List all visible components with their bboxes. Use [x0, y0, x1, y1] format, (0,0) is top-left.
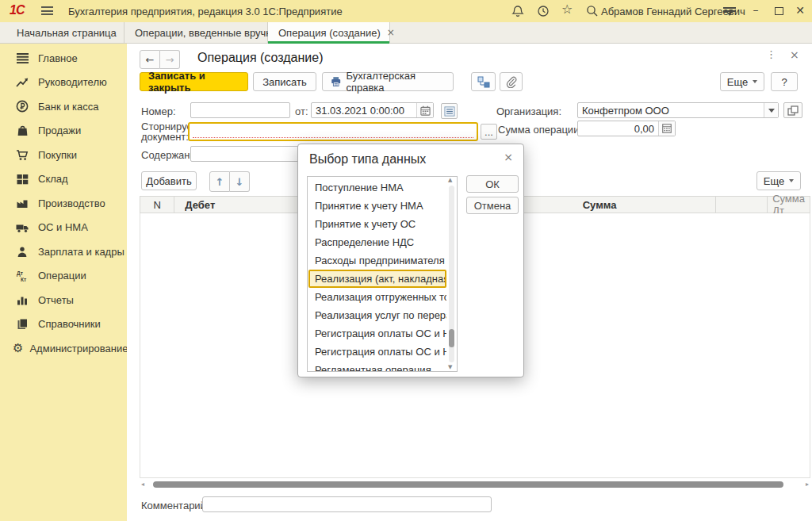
list-item-label: Регистрация оплаты ОС и НМ...	[315, 346, 446, 358]
favorites-star-icon[interactable]: ☆	[561, 3, 576, 17]
number-input[interactable]	[191, 103, 289, 117]
amount-value[interactable]: 0,00	[578, 123, 658, 135]
settings-menu-icon[interactable]	[723, 7, 736, 15]
factory-icon	[13, 197, 32, 210]
tab-close-icon[interactable]: ×	[387, 28, 395, 37]
open-windows-tabbar: Начальная страница Операции, введенные в…	[0, 22, 812, 44]
number-field[interactable]	[190, 102, 290, 118]
bar-chart-icon	[13, 293, 32, 307]
list-item[interactable]: Регламентная операция	[308, 361, 446, 372]
column-sum-dt[interactable]: Сумма Дт	[768, 197, 810, 213]
search-icon[interactable]	[585, 4, 599, 18]
scrollbar-thumb[interactable]	[449, 329, 454, 347]
dialog-close-icon[interactable]: ×	[504, 151, 513, 163]
ruble-coin-icon	[13, 100, 32, 113]
data-type-dialog: Выбор типа данных × Поступление НМАПриня…	[297, 144, 524, 377]
sidebar-item-manager[interactable]: Руководителю	[0, 71, 127, 95]
cancel-label: Отмена	[474, 200, 511, 212]
close-window-icon[interactable]: ✕	[793, 5, 807, 16]
storno-document-field[interactable]	[188, 122, 478, 141]
back-button[interactable]: ←	[140, 50, 160, 69]
sidebar-item-production[interactable]: Производство	[0, 191, 127, 216]
sidebar-item-fixed-assets[interactable]: ОС и НМА	[0, 216, 127, 240]
data-type-listbox[interactable]: Поступление НМАПринятие к учету НМАПриня…	[307, 176, 458, 372]
form-menu-dots-icon[interactable]: ⋮	[766, 49, 776, 59]
sidebar-item-reports[interactable]: Отчеты	[0, 288, 127, 312]
scroll-down-icon[interactable]: ▼	[448, 365, 452, 370]
notifications-bell-icon[interactable]	[511, 4, 525, 18]
list-item-label: Реализация (акт, накладная, У...	[315, 273, 446, 285]
date-value[interactable]: 31.03.2021 0:00:00	[312, 105, 416, 117]
list-item[interactable]: Принятие к учету НМА	[308, 197, 446, 215]
calendar-icon[interactable]	[416, 103, 433, 117]
move-up-button[interactable]: ↑	[209, 171, 230, 192]
amount-field[interactable]: 0,00	[577, 121, 676, 136]
ok-button[interactable]: ОК	[466, 175, 519, 193]
list-item[interactable]: Регистрация оплаты ОС и НМ...	[308, 324, 446, 343]
save-button[interactable]: Записать	[253, 72, 316, 91]
cancel-button[interactable]: Отмена	[466, 197, 519, 214]
comment-input[interactable]	[203, 497, 491, 511]
grid-more-button[interactable]: Еще	[756, 171, 801, 190]
sidebar-item-bank-cash[interactable]: Банк и касса	[0, 94, 127, 119]
organization-combo[interactable]: Конфетпром ООО	[577, 102, 779, 118]
dialog-scrollbar[interactable]: ▲ ▼	[446, 177, 457, 371]
column-n[interactable]: N	[140, 197, 174, 213]
storno-choose-button[interactable]: ...	[481, 124, 497, 140]
sidebar-item-administration[interactable]: ⚙ Администрирование	[0, 336, 127, 361]
minimize-icon[interactable]: –	[749, 4, 763, 15]
attachments-button[interactable]	[500, 72, 523, 91]
history-icon[interactable]	[536, 4, 550, 18]
calculator-icon[interactable]	[658, 121, 675, 136]
sidebar-item-label: Операции	[38, 270, 86, 282]
sidebar-item-payroll[interactable]: Зарплата и кадры	[0, 239, 127, 264]
form-more-button[interactable]: Еще	[720, 72, 764, 91]
menu-icon	[13, 52, 32, 65]
date-field[interactable]: 31.03.2021 0:00:00	[311, 102, 434, 118]
help-label: ?	[781, 76, 787, 88]
tab-manual-operations[interactable]: Операции, введенные вручную ×	[124, 22, 268, 43]
more-label: Еще	[727, 76, 748, 88]
list-item[interactable]: Поступление НМА	[308, 178, 446, 197]
help-button[interactable]: ?	[771, 72, 798, 91]
save-close-button[interactable]: Записать и закрыть	[140, 72, 248, 91]
open-organization-icon[interactable]	[783, 102, 802, 118]
structure-button[interactable]	[471, 72, 496, 91]
column-empty[interactable]	[716, 197, 768, 213]
form-close-icon[interactable]: ×	[790, 49, 799, 60]
accounting-reference-button[interactable]: Бухгалтерская справка	[322, 72, 454, 91]
scroll-right-icon[interactable]: ▸	[806, 481, 809, 488]
forward-button[interactable]: →	[160, 50, 180, 69]
sidebar-item-label: Главное	[38, 52, 78, 64]
comment-field[interactable]	[202, 496, 492, 512]
journal-list-icon[interactable]	[441, 103, 458, 119]
organization-value[interactable]: Конфетпром ООО	[578, 105, 764, 117]
scrollbar-thumb[interactable]	[153, 481, 783, 488]
tab-home[interactable]: Начальная страница	[0, 22, 124, 43]
list-item[interactable]: Реализация (акт, накладная, У...	[308, 270, 446, 288]
sidebar-item-operations[interactable]: ДтКт Операции	[0, 264, 127, 289]
sidebar-item-warehouse[interactable]: Склад	[0, 167, 127, 192]
list-item[interactable]: Реализация услуг по перераб...	[308, 306, 446, 324]
sidebar-item-sales[interactable]: Продажи	[0, 119, 127, 144]
scroll-left-icon[interactable]: ◂	[141, 481, 144, 488]
add-row-button[interactable]: Добавить	[141, 171, 197, 190]
horizontal-scrollbar[interactable]: ◂ ▸	[140, 481, 810, 488]
list-item-label: Регистрация оплаты ОС и НМ...	[315, 328, 446, 339]
combo-dropdown-icon[interactable]	[764, 103, 778, 117]
scroll-up-icon[interactable]: ▲	[448, 178, 452, 183]
tab-operation-create[interactable]: Операция (создание) ×	[268, 22, 390, 43]
caret-down-icon	[753, 80, 757, 83]
main-menu-icon[interactable]	[41, 6, 53, 15]
list-item[interactable]: Распределение НДС	[308, 233, 446, 251]
sidebar-item-catalogs[interactable]: Справочники	[0, 312, 127, 337]
list-item[interactable]: Реализация отгруженных това...	[308, 288, 446, 306]
sidebar-item-main[interactable]: Главное	[0, 46, 127, 71]
sidebar-item-purchases[interactable]: Покупки	[0, 143, 127, 167]
list-item[interactable]: Принятие к учету ОС	[308, 215, 446, 233]
list-item[interactable]: Расходы предпринимателя	[308, 251, 446, 270]
list-item[interactable]: Регистрация оплаты ОС и НМ...	[308, 343, 446, 361]
ok-label: ОК	[485, 178, 500, 190]
maximize-icon[interactable]	[775, 7, 783, 15]
move-down-button[interactable]: ↓	[230, 171, 250, 192]
